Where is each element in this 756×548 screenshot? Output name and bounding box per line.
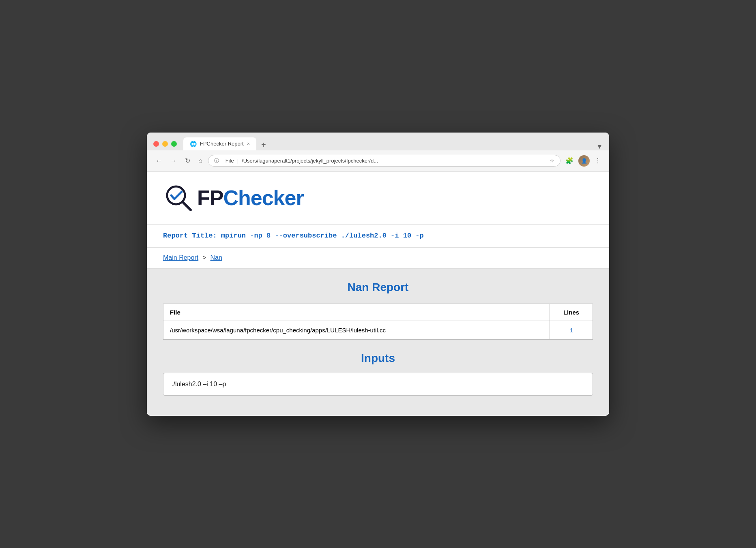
globe-icon: 🌐 xyxy=(190,141,197,147)
inputs-heading: Inputs xyxy=(163,352,593,365)
traffic-lights xyxy=(153,141,177,147)
active-tab[interactable]: 🌐 FPChecker Report × xyxy=(183,137,256,150)
menu-button[interactable]: ⋮ xyxy=(593,155,603,166)
forward-button[interactable]: → xyxy=(168,156,179,166)
logo-text: FPChecker xyxy=(197,186,304,210)
svg-line-1 xyxy=(183,202,191,210)
minimize-button[interactable] xyxy=(162,141,168,147)
bookmark-icon[interactable]: ☆ xyxy=(550,158,554,164)
file-label: File xyxy=(226,158,234,164)
main-content: Nan Report File Lines /usr/workspace/wsa… xyxy=(147,269,609,416)
tab-title: FPChecker Report xyxy=(200,141,244,147)
browser-window: 🌐 FPChecker Report × + ▼ ← → ↻ ⌂ ⓘ File … xyxy=(147,133,609,416)
inputs-box: ./lulesh2.0 –i 10 –p xyxy=(163,373,593,396)
table-header-lines: Lines xyxy=(550,304,593,321)
home-button[interactable]: ⌂ xyxy=(196,156,205,166)
report-title: Report Title: mpirun -np 8 --oversubscri… xyxy=(163,232,424,240)
nan-report-table: File Lines /usr/workspace/wsa/laguna/fpc… xyxy=(163,304,593,340)
logo-container: FPChecker xyxy=(163,182,593,214)
nan-report-heading: Nan Report xyxy=(163,281,593,294)
breadcrumb-section: Main Report > Nan xyxy=(147,248,609,269)
tabs-row: 🌐 FPChecker Report × + ▼ xyxy=(183,137,603,150)
table-header-file: File xyxy=(163,304,550,321)
report-title-section: Report Title: mpirun -np 8 --oversubscri… xyxy=(147,225,609,248)
close-button[interactable] xyxy=(153,141,159,147)
page-content: FPChecker Report Title: mpirun -np 8 --o… xyxy=(147,172,609,416)
tab-close-button[interactable]: × xyxy=(247,141,250,147)
info-icon: ⓘ xyxy=(214,157,219,164)
lines-link[interactable]: 1 xyxy=(569,327,573,334)
tab-overflow-icon[interactable]: ▼ xyxy=(596,143,603,150)
table-row: /usr/workspace/wsa/laguna/fpchecker/cpu_… xyxy=(163,321,593,339)
nav-actions: 🧩 👤 ⋮ xyxy=(564,154,603,168)
table-cell-file: /usr/workspace/wsa/laguna/fpchecker/cpu_… xyxy=(163,321,550,339)
user-avatar: 👤 xyxy=(578,155,590,167)
back-button[interactable]: ← xyxy=(153,156,165,166)
table-cell-lines: 1 xyxy=(550,321,593,339)
logo-section: FPChecker xyxy=(147,172,609,225)
profile-button[interactable]: 👤 xyxy=(577,154,591,168)
address-url: /Users/lagunaperalt1/projects/jekyll_pro… xyxy=(242,158,546,164)
breadcrumb-nan-link[interactable]: Nan xyxy=(210,254,222,261)
new-tab-button[interactable]: + xyxy=(256,139,271,150)
nav-bar: ← → ↻ ⌂ ⓘ File | /Users/lagunaperalt1/pr… xyxy=(147,150,609,172)
address-bar[interactable]: ⓘ File | /Users/lagunaperalt1/projects/j… xyxy=(208,155,561,167)
breadcrumb-separator: > xyxy=(202,254,206,261)
maximize-button[interactable] xyxy=(171,141,177,147)
fpchecker-logo-icon xyxy=(163,182,195,214)
breadcrumb-main-report-link[interactable]: Main Report xyxy=(163,254,198,261)
refresh-button[interactable]: ↻ xyxy=(183,155,193,166)
title-bar: 🌐 FPChecker Report × + ▼ xyxy=(147,133,609,150)
extensions-button[interactable]: 🧩 xyxy=(564,155,575,166)
